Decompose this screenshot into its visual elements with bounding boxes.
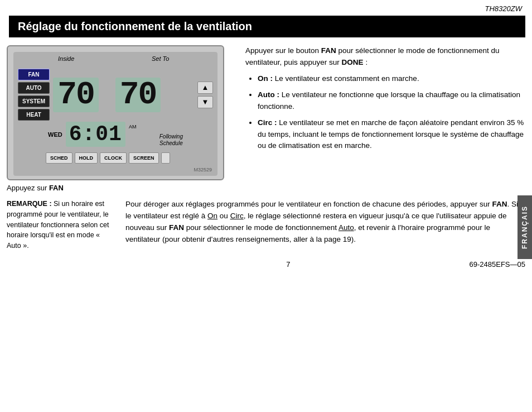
- note-box: REMARQUE : Si un horaire est programmé p…: [7, 199, 115, 251]
- auto-button[interactable]: AUTO: [18, 82, 50, 94]
- arrow-buttons: ▲ ▼: [197, 82, 213, 108]
- extra-button[interactable]: [161, 152, 170, 164]
- lower-on-underline: On: [207, 212, 217, 220]
- intro-fan-bold: FAN: [321, 46, 336, 55]
- lower-text: Pour déroger aux réglages programmés pou…: [125, 199, 525, 251]
- up-arrow-button[interactable]: ▲: [197, 82, 213, 94]
- temperature-display: 70 70: [53, 78, 194, 112]
- page-title: Réglage du fonctionnement de la ventilat…: [7, 16, 525, 37]
- intro-text: Appuyer sur le bouton FAN pour sélection…: [245, 45, 525, 69]
- time-area: WED 6:01 AM: [18, 122, 213, 147]
- thermostat-inner: Inside Set To FAN AUTO SYSTEM HEAT 70 70: [13, 52, 217, 176]
- heat-button[interactable]: HEAT: [18, 109, 50, 121]
- right-column: Appuyer sur le bouton FAN pour sélection…: [245, 45, 525, 192]
- bullet-on-label: On :: [258, 74, 273, 83]
- lower-fan-bold-2: FAN: [169, 223, 184, 232]
- clock-button[interactable]: CLOCK: [100, 152, 127, 164]
- bullet-auto: Auto : Le ventilateur ne fonctionne que …: [258, 89, 525, 113]
- bullet-on: On : Le ventilateur est constamment en m…: [258, 73, 525, 85]
- thermostat-model-code: M32529: [18, 167, 212, 173]
- bullet-circ-text: Le ventilateur se met en marche de façon…: [258, 118, 524, 150]
- bullet-on-text: Le ventilateur est constamment en marche…: [273, 74, 419, 83]
- bullet-circ: Circ : Le ventilateur se met en marche d…: [258, 117, 525, 152]
- thermostat-display: Inside Set To FAN AUTO SYSTEM HEAT 70 70: [7, 45, 224, 180]
- day-label: WED: [48, 131, 62, 138]
- following-schedule-label: FollowingSchedule: [159, 133, 183, 147]
- intro-done-bold: DONE: [342, 58, 364, 66]
- thermostat-caption: Appuyez sur FAN: [7, 184, 235, 192]
- left-column: Inside Set To FAN AUTO SYSTEM HEAT 70 70: [7, 45, 235, 192]
- model-number: TH8320ZW: [485, 4, 522, 13]
- bullet-list: On : Le ventilateur est constamment en m…: [258, 73, 525, 152]
- inside-temp: 70: [53, 78, 99, 112]
- main-content: Inside Set To FAN AUTO SYSTEM HEAT 70 70: [7, 45, 525, 192]
- hold-button[interactable]: HOLD: [75, 152, 98, 164]
- time-display: 6:01: [66, 122, 125, 147]
- lower-circ-underline: Circ: [230, 212, 244, 220]
- left-button-panel: FAN AUTO SYSTEM HEAT: [18, 69, 50, 121]
- bullet-circ-label: Circ :: [258, 118, 277, 127]
- note-label: REMARQUE :: [7, 200, 52, 208]
- lcd-area: FAN AUTO SYSTEM HEAT 70 70 ▲ ▼: [18, 69, 213, 121]
- page-number: 7: [286, 260, 290, 269]
- footer: 7 69-2485EFS—05: [7, 260, 525, 269]
- setpoint-temp: 70: [115, 78, 161, 112]
- screen-button[interactable]: SCREEN: [129, 152, 159, 164]
- label-inside: Inside: [58, 55, 74, 62]
- caption-bold: FAN: [49, 184, 64, 192]
- fan-button[interactable]: FAN: [18, 69, 50, 80]
- lower-section: REMARQUE : Si un horaire est programmé p…: [7, 199, 525, 251]
- bullet-auto-text: Le ventilateur ne fonctionne que lorsque…: [258, 90, 520, 111]
- language-tab: FRANÇAIS: [518, 195, 532, 259]
- doc-reference: 69-2485EFS—05: [470, 260, 525, 269]
- label-setto: Set To: [152, 55, 169, 62]
- ampm-label: AM: [129, 124, 137, 130]
- caption-prefix: Appuyez sur: [7, 184, 49, 192]
- system-button[interactable]: SYSTEM: [18, 95, 50, 107]
- bullet-auto-label: Auto :: [258, 90, 279, 99]
- lower-fan-bold: FAN: [492, 200, 507, 208]
- sched-button[interactable]: SCHED: [46, 152, 72, 164]
- lower-auto-underline: Auto: [338, 223, 354, 232]
- down-arrow-button[interactable]: ▼: [197, 96, 213, 108]
- bottom-button-row: SCHED HOLD CLOCK SCREEN: [46, 152, 213, 166]
